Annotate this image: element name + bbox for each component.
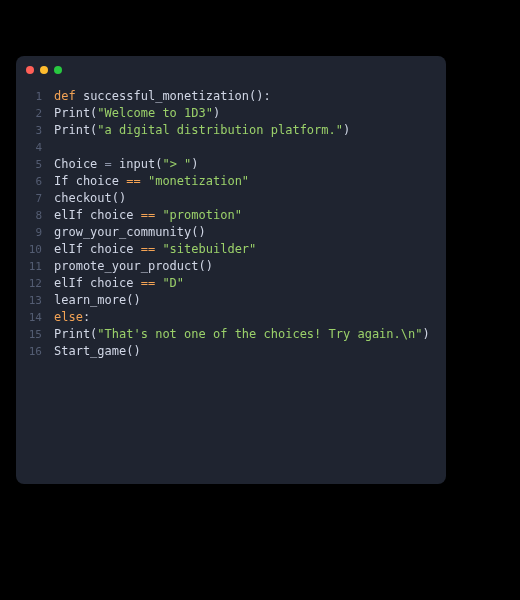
line-content: Print("Welcome to 1D3") — [54, 105, 220, 122]
line-content: checkout() — [54, 190, 126, 207]
code-line: 1 def successful_monetization(): — [16, 88, 446, 105]
line-number: 15 — [16, 326, 54, 343]
code-block: 1 def successful_monetization(): 2 Print… — [16, 84, 446, 370]
line-number: 2 — [16, 105, 54, 122]
line-number: 14 — [16, 309, 54, 326]
code-line: 10 elIf choice == "sitebuilder" — [16, 241, 446, 258]
close-icon[interactable] — [26, 66, 34, 74]
line-content: elIf choice == "sitebuilder" — [54, 241, 256, 258]
code-line: 6 If choice == "monetization" — [16, 173, 446, 190]
line-content: grow_your_community() — [54, 224, 206, 241]
code-line: 11 promote_your_product() — [16, 258, 446, 275]
line-number: 9 — [16, 224, 54, 241]
line-content: else: — [54, 309, 90, 326]
line-content: If choice == "monetization" — [54, 173, 249, 190]
code-line: 8 elIf choice == "promotion" — [16, 207, 446, 224]
code-line: 12 elIf choice == "D" — [16, 275, 446, 292]
line-number: 13 — [16, 292, 54, 309]
line-number: 3 — [16, 122, 54, 139]
window-titlebar — [16, 56, 446, 84]
line-content: learn_more() — [54, 292, 141, 309]
line-number: 16 — [16, 343, 54, 360]
line-number: 4 — [16, 139, 54, 156]
line-number: 8 — [16, 207, 54, 224]
line-content — [54, 139, 61, 156]
line-number: 5 — [16, 156, 54, 173]
code-line: 5 Choice = input("> ") — [16, 156, 446, 173]
line-number: 6 — [16, 173, 54, 190]
code-line: 4 — [16, 139, 446, 156]
line-content: elIf choice == "D" — [54, 275, 184, 292]
code-line: 7 checkout() — [16, 190, 446, 207]
line-number: 7 — [16, 190, 54, 207]
maximize-icon[interactable] — [54, 66, 62, 74]
code-line: 2 Print("Welcome to 1D3") — [16, 105, 446, 122]
code-editor: 1 def successful_monetization(): 2 Print… — [16, 56, 446, 484]
line-content: Print("a digital distribution platform."… — [54, 122, 350, 139]
line-content: Choice = input("> ") — [54, 156, 199, 173]
code-line: 16 Start_game() — [16, 343, 446, 360]
line-number: 1 — [16, 88, 54, 105]
line-content: promote_your_product() — [54, 258, 213, 275]
code-line: 14 else: — [16, 309, 446, 326]
line-number: 11 — [16, 258, 54, 275]
code-line: 15 Print("That's not one of the choices!… — [16, 326, 446, 343]
code-line: 3 Print("a digital distribution platform… — [16, 122, 446, 139]
code-line: 13 learn_more() — [16, 292, 446, 309]
line-number: 12 — [16, 275, 54, 292]
minimize-icon[interactable] — [40, 66, 48, 74]
line-number: 10 — [16, 241, 54, 258]
line-content: elIf choice == "promotion" — [54, 207, 242, 224]
line-content: Start_game() — [54, 343, 141, 360]
line-content: def successful_monetization(): — [54, 88, 271, 105]
line-content: Print("That's not one of the choices! Tr… — [54, 326, 430, 343]
code-line: 9 grow_your_community() — [16, 224, 446, 241]
